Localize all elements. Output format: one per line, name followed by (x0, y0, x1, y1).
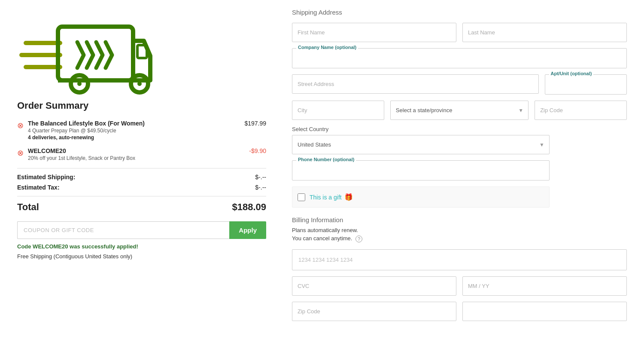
expiry-field (462, 276, 627, 296)
first-name-input[interactable] (292, 23, 456, 42)
gift-checkbox[interactable] (298, 193, 305, 201)
phone-label: Phone Number (optional) (296, 157, 356, 162)
phone-row: Phone Number (optional) (292, 160, 627, 181)
state-select[interactable]: Select a state/province Alabama Alaska A… (390, 101, 529, 120)
billing-address-row: United States (292, 302, 627, 321)
gift-icon: 🎁 (344, 193, 353, 201)
shipping-address-title: Shipping Address (292, 9, 627, 16)
item-1-name: The Balanced Lifestyle Box (For Women) (28, 120, 145, 127)
cvc-expiry-row (292, 276, 627, 296)
gift-label: This is a gift 🎁 (310, 193, 353, 201)
apt-unit-field: Apt/Unit (optional) (545, 74, 627, 95)
truck-logo (17, 9, 155, 95)
gift-checkbox-row: This is a gift 🎁 (292, 187, 550, 208)
item-2-plan: 20% off your 1st Lifestyle, Snack or Pan… (28, 155, 135, 161)
item-1-plan: 4 Quarter Prepay Plan @ $49.50/cycle (28, 128, 145, 134)
remove-item-2-icon[interactable]: ⊗ (17, 148, 24, 158)
item-2-name: WELCOME20 (28, 147, 135, 154)
coupon-input[interactable] (17, 221, 229, 239)
billing-zip-input[interactable] (292, 302, 456, 321)
street-address-input[interactable] (292, 74, 539, 94)
order-divider (17, 168, 266, 168)
total-divider (17, 196, 266, 196)
city-input[interactable] (292, 101, 384, 120)
name-row (292, 23, 627, 42)
billing-title: Billing Information (292, 216, 627, 223)
item-1-deliveries: 4 deliveries, auto-renewing (28, 135, 145, 141)
total-label: Total (17, 202, 39, 213)
apt-unit-input[interactable] (545, 74, 627, 95)
country-section: Select Country United States Canada Unit… (292, 126, 627, 154)
cvc-field (292, 276, 456, 296)
last-name-input[interactable] (462, 23, 627, 42)
remove-item-1-icon[interactable]: ⊗ (17, 121, 24, 130)
street-address-field (292, 74, 539, 95)
order-summary-title: Order Summary (17, 100, 266, 111)
tax-row: Estimated Tax: $-.-- (17, 184, 266, 191)
city-state-zip-row: Select a state/province Alabama Alaska A… (292, 101, 627, 120)
company-name-input[interactable] (292, 48, 627, 68)
state-field: Select a state/province Alabama Alaska A… (390, 101, 529, 120)
apply-button[interactable]: Apply (229, 221, 266, 239)
expiry-input[interactable] (462, 276, 627, 296)
billing-subtitle-1: Plans automatically renew. (292, 227, 627, 233)
svg-rect-3 (58, 27, 133, 80)
total-value: $188.09 (232, 202, 266, 213)
phone-input[interactable] (292, 160, 550, 181)
country-label: Select Country (292, 126, 627, 132)
phone-field: Phone Number (optional) (292, 160, 550, 181)
first-name-field (292, 23, 456, 42)
city-field (292, 101, 384, 120)
address-row: Apt/Unit (optional) (292, 74, 627, 95)
coupon-section: Apply (17, 221, 266, 239)
gift-label-text: This is a gift (310, 194, 342, 201)
item-2-price: -$9.90 (249, 147, 266, 154)
company-row: Company Name (optional) (292, 48, 627, 68)
item-1-price: $197.99 (244, 120, 266, 127)
left-panel: Order Summary ⊗ The Balanced Lifestyle B… (17, 9, 266, 346)
order-item-2: ⊗ WELCOME20 20% off your 1st Lifestyle, … (17, 147, 266, 161)
country-select[interactable]: United States Canada United Kingdom (292, 135, 550, 154)
tax-label: Estimated Tax: (17, 184, 60, 191)
cvc-input[interactable] (292, 276, 456, 296)
billing-subtitle-2: You can cancel anytime. ? (292, 235, 627, 242)
billing-country-field: United States (462, 302, 627, 321)
shipping-value: $-.-- (255, 174, 266, 181)
free-shipping-note: Free Shipping (Contiguous United States … (17, 253, 266, 260)
company-name-field: Company Name (optional) (292, 48, 627, 68)
order-item-1: ⊗ The Balanced Lifestyle Box (For Women)… (17, 120, 266, 141)
total-row: Total $188.09 (17, 202, 266, 213)
country-select-wrapper: United States Canada United Kingdom ▼ (292, 135, 550, 154)
shipping-row: Estimated Shipping: $-.-- (17, 174, 266, 181)
help-icon: ? (355, 236, 362, 242)
billing-country-input[interactable]: United States (462, 302, 627, 321)
billing-subtitle: Plans automatically renew. You can cance… (292, 227, 627, 242)
coupon-success-message: Code WELCOME20 was successfully applied! (17, 243, 266, 250)
right-panel: Shipping Address Company Name (optional)… (292, 9, 627, 346)
card-number-input[interactable] (292, 249, 627, 270)
shipping-label: Estimated Shipping: (17, 174, 75, 181)
billing-zip-field (292, 302, 456, 321)
tax-value: $-.-- (255, 184, 266, 191)
zip-code-input[interactable] (535, 101, 627, 120)
last-name-field (462, 23, 627, 42)
zip-code-field (535, 101, 627, 120)
apt-unit-label: Apt/Unit (optional) (549, 71, 594, 76)
company-name-label: Company Name (optional) (296, 45, 358, 50)
